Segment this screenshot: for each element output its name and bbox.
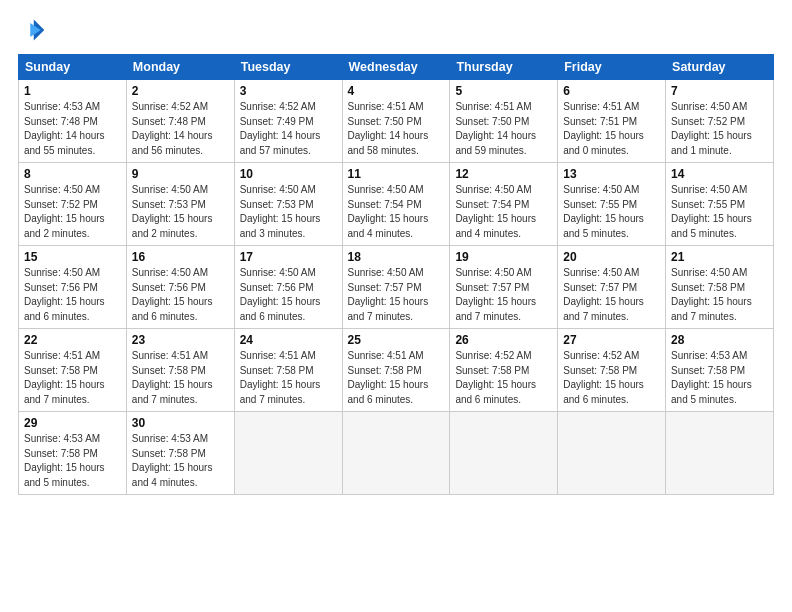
day-info: Sunrise: 4:50 AMSunset: 7:55 PMDaylight:… [671,184,752,239]
calendar-cell [234,412,342,495]
day-number: 2 [132,84,229,98]
calendar-cell: 23Sunrise: 4:51 AMSunset: 7:58 PMDayligh… [126,329,234,412]
col-header-monday: Monday [126,55,234,80]
calendar-header-row: SundayMondayTuesdayWednesdayThursdayFrid… [19,55,774,80]
day-info: Sunrise: 4:51 AMSunset: 7:58 PMDaylight:… [240,350,321,405]
calendar-table: SundayMondayTuesdayWednesdayThursdayFrid… [18,54,774,495]
day-number: 28 [671,333,768,347]
page: SundayMondayTuesdayWednesdayThursdayFrid… [0,0,792,612]
col-header-sunday: Sunday [19,55,127,80]
calendar-cell: 20Sunrise: 4:50 AMSunset: 7:57 PMDayligh… [558,246,666,329]
day-number: 25 [348,333,445,347]
col-header-friday: Friday [558,55,666,80]
calendar-cell: 18Sunrise: 4:50 AMSunset: 7:57 PMDayligh… [342,246,450,329]
day-number: 14 [671,167,768,181]
calendar-cell: 6Sunrise: 4:51 AMSunset: 7:51 PMDaylight… [558,80,666,163]
calendar-cell: 8Sunrise: 4:50 AMSunset: 7:52 PMDaylight… [19,163,127,246]
day-number: 23 [132,333,229,347]
week-row-2: 8Sunrise: 4:50 AMSunset: 7:52 PMDaylight… [19,163,774,246]
week-row-1: 1Sunrise: 4:53 AMSunset: 7:48 PMDaylight… [19,80,774,163]
day-number: 21 [671,250,768,264]
day-info: Sunrise: 4:50 AMSunset: 7:52 PMDaylight:… [24,184,105,239]
logo-icon [18,16,46,44]
day-number: 17 [240,250,337,264]
calendar-cell: 2Sunrise: 4:52 AMSunset: 7:48 PMDaylight… [126,80,234,163]
day-number: 11 [348,167,445,181]
calendar-cell: 24Sunrise: 4:51 AMSunset: 7:58 PMDayligh… [234,329,342,412]
calendar-cell: 21Sunrise: 4:50 AMSunset: 7:58 PMDayligh… [666,246,774,329]
calendar-cell: 29Sunrise: 4:53 AMSunset: 7:58 PMDayligh… [19,412,127,495]
calendar-cell: 4Sunrise: 4:51 AMSunset: 7:50 PMDaylight… [342,80,450,163]
col-header-wednesday: Wednesday [342,55,450,80]
day-info: Sunrise: 4:51 AMSunset: 7:50 PMDaylight:… [455,101,536,156]
day-number: 1 [24,84,121,98]
calendar-cell: 15Sunrise: 4:50 AMSunset: 7:56 PMDayligh… [19,246,127,329]
day-number: 16 [132,250,229,264]
day-info: Sunrise: 4:50 AMSunset: 7:58 PMDaylight:… [671,267,752,322]
calendar-cell: 28Sunrise: 4:53 AMSunset: 7:58 PMDayligh… [666,329,774,412]
day-info: Sunrise: 4:50 AMSunset: 7:56 PMDaylight:… [132,267,213,322]
day-number: 3 [240,84,337,98]
day-info: Sunrise: 4:51 AMSunset: 7:58 PMDaylight:… [132,350,213,405]
calendar-cell: 11Sunrise: 4:50 AMSunset: 7:54 PMDayligh… [342,163,450,246]
week-row-4: 22Sunrise: 4:51 AMSunset: 7:58 PMDayligh… [19,329,774,412]
calendar-cell: 30Sunrise: 4:53 AMSunset: 7:58 PMDayligh… [126,412,234,495]
calendar-cell: 14Sunrise: 4:50 AMSunset: 7:55 PMDayligh… [666,163,774,246]
day-number: 26 [455,333,552,347]
calendar-cell: 25Sunrise: 4:51 AMSunset: 7:58 PMDayligh… [342,329,450,412]
week-row-5: 29Sunrise: 4:53 AMSunset: 7:58 PMDayligh… [19,412,774,495]
col-header-thursday: Thursday [450,55,558,80]
calendar-cell [666,412,774,495]
day-number: 19 [455,250,552,264]
calendar-cell: 10Sunrise: 4:50 AMSunset: 7:53 PMDayligh… [234,163,342,246]
week-row-3: 15Sunrise: 4:50 AMSunset: 7:56 PMDayligh… [19,246,774,329]
day-number: 24 [240,333,337,347]
header [18,16,774,44]
day-info: Sunrise: 4:50 AMSunset: 7:53 PMDaylight:… [240,184,321,239]
calendar-cell: 3Sunrise: 4:52 AMSunset: 7:49 PMDaylight… [234,80,342,163]
day-info: Sunrise: 4:53 AMSunset: 7:58 PMDaylight:… [671,350,752,405]
day-info: Sunrise: 4:50 AMSunset: 7:54 PMDaylight:… [348,184,429,239]
calendar-cell [450,412,558,495]
day-number: 27 [563,333,660,347]
calendar-cell [342,412,450,495]
day-info: Sunrise: 4:50 AMSunset: 7:55 PMDaylight:… [563,184,644,239]
day-info: Sunrise: 4:53 AMSunset: 7:58 PMDaylight:… [132,433,213,488]
day-info: Sunrise: 4:52 AMSunset: 7:58 PMDaylight:… [563,350,644,405]
calendar-cell: 9Sunrise: 4:50 AMSunset: 7:53 PMDaylight… [126,163,234,246]
day-info: Sunrise: 4:52 AMSunset: 7:49 PMDaylight:… [240,101,321,156]
day-number: 15 [24,250,121,264]
calendar-cell [558,412,666,495]
day-info: Sunrise: 4:50 AMSunset: 7:54 PMDaylight:… [455,184,536,239]
day-number: 7 [671,84,768,98]
calendar-cell: 1Sunrise: 4:53 AMSunset: 7:48 PMDaylight… [19,80,127,163]
day-info: Sunrise: 4:53 AMSunset: 7:48 PMDaylight:… [24,101,105,156]
day-number: 10 [240,167,337,181]
col-header-tuesday: Tuesday [234,55,342,80]
day-number: 9 [132,167,229,181]
day-info: Sunrise: 4:51 AMSunset: 7:58 PMDaylight:… [348,350,429,405]
day-number: 8 [24,167,121,181]
day-number: 12 [455,167,552,181]
day-number: 6 [563,84,660,98]
day-info: Sunrise: 4:50 AMSunset: 7:57 PMDaylight:… [563,267,644,322]
day-number: 18 [348,250,445,264]
day-number: 22 [24,333,121,347]
calendar-cell: 12Sunrise: 4:50 AMSunset: 7:54 PMDayligh… [450,163,558,246]
calendar-cell: 17Sunrise: 4:50 AMSunset: 7:56 PMDayligh… [234,246,342,329]
calendar-cell: 13Sunrise: 4:50 AMSunset: 7:55 PMDayligh… [558,163,666,246]
day-info: Sunrise: 4:51 AMSunset: 7:51 PMDaylight:… [563,101,644,156]
day-number: 29 [24,416,121,430]
calendar-cell: 27Sunrise: 4:52 AMSunset: 7:58 PMDayligh… [558,329,666,412]
day-info: Sunrise: 4:53 AMSunset: 7:58 PMDaylight:… [24,433,105,488]
day-info: Sunrise: 4:51 AMSunset: 7:58 PMDaylight:… [24,350,105,405]
calendar-cell: 22Sunrise: 4:51 AMSunset: 7:58 PMDayligh… [19,329,127,412]
day-info: Sunrise: 4:51 AMSunset: 7:50 PMDaylight:… [348,101,429,156]
day-info: Sunrise: 4:50 AMSunset: 7:57 PMDaylight:… [348,267,429,322]
day-info: Sunrise: 4:50 AMSunset: 7:56 PMDaylight:… [24,267,105,322]
day-number: 4 [348,84,445,98]
day-info: Sunrise: 4:50 AMSunset: 7:57 PMDaylight:… [455,267,536,322]
day-number: 13 [563,167,660,181]
calendar-cell: 19Sunrise: 4:50 AMSunset: 7:57 PMDayligh… [450,246,558,329]
calendar-cell: 7Sunrise: 4:50 AMSunset: 7:52 PMDaylight… [666,80,774,163]
